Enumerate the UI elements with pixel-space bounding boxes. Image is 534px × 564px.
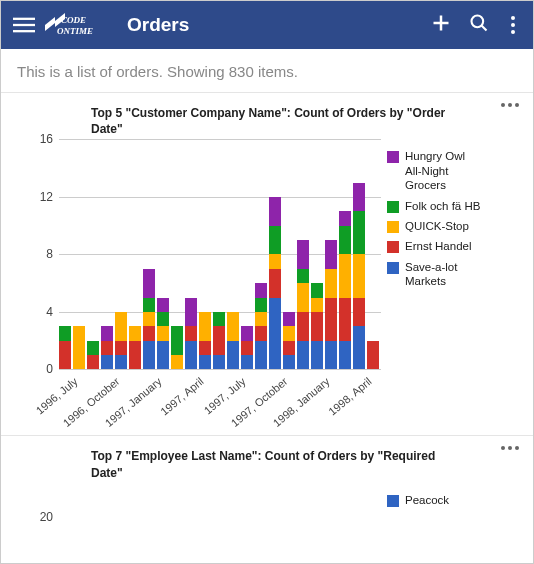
bar[interactable] (73, 326, 85, 369)
chart-plot-2: 20 (11, 483, 381, 523)
bar[interactable] (269, 197, 281, 370)
bar[interactable] (185, 298, 197, 370)
bar[interactable] (325, 240, 337, 369)
list-summary: This is a list of orders. Showing 830 it… (1, 49, 533, 93)
y-tick: 16 (11, 132, 53, 146)
card-menu-icon[interactable] (497, 442, 523, 454)
svg-rect-0 (13, 18, 35, 20)
svg-text:ONTIME: ONTIME (57, 26, 93, 36)
x-tick: 1997, July (171, 375, 248, 442)
page-title: Orders (127, 14, 431, 36)
x-tick: 1998, April (297, 375, 374, 442)
bar[interactable] (213, 312, 225, 370)
bar[interactable] (143, 269, 155, 370)
legend-item[interactable]: QUICK-Stop (387, 219, 481, 233)
menu-icon[interactable] (13, 14, 35, 36)
chart-title-2: Top 7 "Employee Last Name": Count of Ord… (11, 444, 523, 482)
x-tick: 1998, January (255, 375, 332, 442)
svg-line-9 (482, 26, 487, 31)
brand-logo[interactable]: CODE ONTIME (43, 11, 113, 39)
bar[interactable] (157, 298, 169, 370)
bar[interactable] (255, 283, 267, 369)
chart-legend-2: Peacock (381, 483, 481, 513)
bar[interactable] (171, 326, 183, 369)
chart-plot-1: 0481216 1996, July1996, October1997, Jan… (11, 139, 381, 421)
bar[interactable] (199, 312, 211, 370)
svg-text:CODE: CODE (61, 15, 86, 25)
bar[interactable] (101, 326, 113, 369)
bar[interactable] (311, 283, 323, 369)
legend-item[interactable]: Hungry Owl All-Night Grocers (387, 149, 481, 192)
bar[interactable] (227, 312, 239, 370)
chart-legend-1: Hungry Owl All-Night GrocersFolk och fä … (381, 139, 481, 294)
y-tick: 12 (11, 190, 53, 204)
bar[interactable] (283, 312, 295, 370)
legend-item[interactable]: Save-a-lot Markets (387, 260, 481, 289)
chart-card-2: Top 7 "Employee Last Name": Count of Ord… (1, 436, 533, 532)
bar[interactable] (367, 341, 379, 370)
app-actions (431, 12, 525, 38)
legend-item[interactable]: Folk och fä HB (387, 199, 481, 213)
more-icon[interactable] (507, 12, 519, 38)
x-tick: 1996, July (3, 375, 80, 442)
y-tick: 20 (11, 510, 53, 524)
card-menu-icon[interactable] (497, 99, 523, 111)
svg-rect-2 (13, 30, 35, 32)
legend-item[interactable]: Ernst Handel (387, 239, 481, 253)
x-tick: 1996, October (45, 375, 122, 442)
add-icon[interactable] (431, 13, 451, 37)
chart-card-1: Top 5 "Customer Company Name": Count of … (1, 93, 533, 431)
legend-item[interactable]: Peacock (387, 493, 481, 507)
bar[interactable] (115, 312, 127, 370)
y-tick: 4 (11, 305, 53, 319)
chart-title-1: Top 5 "Customer Company Name": Count of … (11, 101, 523, 139)
app-bar: CODE ONTIME Orders (1, 1, 533, 49)
bar[interactable] (339, 211, 351, 369)
x-tick: 1997, April (129, 375, 206, 442)
x-tick: 1997, January (87, 375, 164, 442)
bar[interactable] (241, 326, 253, 369)
search-icon[interactable] (469, 13, 489, 37)
x-tick: 1997, October (213, 375, 290, 442)
bar[interactable] (87, 341, 99, 370)
svg-rect-7 (434, 22, 449, 25)
svg-rect-1 (13, 24, 35, 26)
svg-point-8 (472, 16, 484, 28)
y-tick: 0 (11, 362, 53, 376)
bar[interactable] (353, 183, 365, 370)
bar[interactable] (129, 326, 141, 369)
bar[interactable] (59, 326, 71, 369)
bar[interactable] (297, 240, 309, 369)
y-tick: 8 (11, 247, 53, 261)
